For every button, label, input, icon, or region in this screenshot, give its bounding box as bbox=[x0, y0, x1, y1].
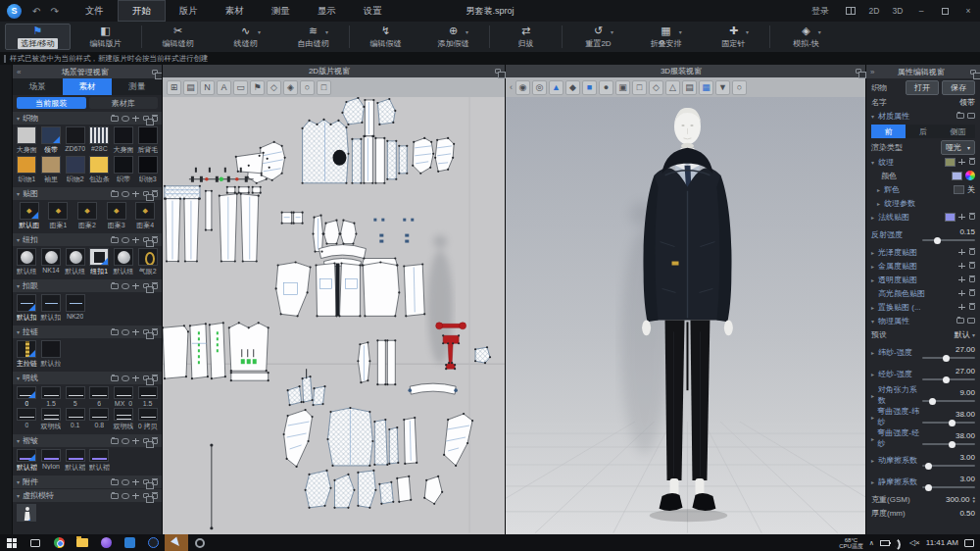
show-seams-icon[interactable]: ▣ bbox=[615, 80, 630, 95]
task-view-button[interactable] bbox=[24, 534, 47, 551]
expand-icon[interactable]: ▸ bbox=[871, 349, 878, 356]
swatch-袖里[interactable]: 袖里 bbox=[40, 156, 63, 184]
tab-measure[interactable]: 测量 bbox=[112, 78, 162, 95]
load-physics-icon[interactable] bbox=[956, 318, 964, 324]
menu-item[interactable]: 版片 bbox=[166, 0, 212, 22]
battery-icon[interactable] bbox=[880, 540, 890, 546]
expand-icon[interactable]: ▸ bbox=[871, 249, 878, 256]
swatch-织带[interactable]: 织带 bbox=[113, 156, 135, 184]
swatch-织物1[interactable]: 织物1 bbox=[16, 156, 38, 184]
swatch-默认纽[interactable]: 默认纽 bbox=[113, 248, 135, 276]
menu-item[interactable]: 文件 bbox=[72, 0, 118, 22]
section-copy-icon[interactable] bbox=[143, 283, 149, 288]
pattern-canvas[interactable]: .pc{fill:#fdfdfe;stroke:#3c424a;stroke-w… bbox=[163, 97, 505, 534]
swatch-默认纽[interactable]: 默认纽 bbox=[64, 248, 86, 276]
slider-handle[interactable] bbox=[929, 398, 936, 405]
tool-free-sewing[interactable]: ≋▾自由缝纫 bbox=[280, 24, 346, 50]
section-header-0[interactable]: ▾织物 bbox=[13, 112, 162, 125]
swatch-默认纽[interactable]: 默认纽 bbox=[16, 248, 38, 276]
section-plus-icon[interactable] bbox=[132, 376, 140, 381]
swatch-图案1[interactable]: 图案1 bbox=[45, 202, 73, 230]
lasso-icon[interactable]: □ bbox=[317, 80, 331, 95]
section-header-5[interactable]: ▾明线 bbox=[13, 372, 162, 384]
section-plus-icon[interactable] bbox=[132, 191, 140, 197]
swatch-0.1[interactable]: 0.1 bbox=[64, 408, 86, 431]
view-2d-button[interactable]: 2D bbox=[862, 0, 886, 22]
delete-texture-icon[interactable] bbox=[969, 159, 975, 165]
swatch-织物2[interactable]: 织物2 bbox=[64, 156, 86, 184]
toolbar-scroll-left-icon[interactable]: ‹ bbox=[510, 82, 513, 92]
section-collapse-icon[interactable]: ▾ bbox=[17, 236, 20, 243]
section-cloud-icon[interactable] bbox=[122, 283, 129, 289]
maximize-button[interactable] bbox=[933, 0, 956, 22]
dropdown-caret-icon[interactable]: ▾ bbox=[746, 26, 749, 39]
expand-icon[interactable]: ▸ bbox=[871, 392, 878, 399]
section-folder-icon[interactable] bbox=[111, 438, 119, 444]
stitch-display-icon[interactable]: ◈ bbox=[283, 80, 298, 95]
expand-icon[interactable]: ▸ bbox=[871, 371, 878, 377]
expand-icon[interactable]: ▸ bbox=[871, 478, 878, 485]
menu-item[interactable]: 设置 bbox=[350, 0, 396, 22]
swatch-6[interactable]: 6 bbox=[88, 386, 111, 407]
preset-select[interactable]: 默认 ▾ bbox=[955, 329, 975, 340]
swatch-MX_0[interactable]: MX_0 bbox=[113, 386, 135, 407]
swatch-默认褶[interactable]: 默认褶 bbox=[16, 449, 38, 473]
swatch-0[interactable]: 0 bbox=[16, 386, 38, 407]
section-collapse-icon[interactable]: ▾ bbox=[17, 437, 20, 444]
style3d-app-icon[interactable] bbox=[165, 534, 188, 551]
subtab-current-garment[interactable]: 当前服装 bbox=[17, 97, 86, 109]
avatar-show-icon[interactable]: ◉ bbox=[515, 80, 530, 95]
swatch-后背毛[interactable]: 后背毛 bbox=[136, 126, 159, 155]
swatch-包边条[interactable]: 包边条 bbox=[88, 156, 111, 184]
slider-handle[interactable] bbox=[943, 355, 950, 362]
collapsed-side-strip[interactable] bbox=[0, 65, 13, 534]
base-line-icon[interactable]: ○ bbox=[300, 80, 315, 95]
section-plus-icon[interactable] bbox=[132, 479, 140, 485]
section-cloud-icon[interactable] bbox=[122, 116, 129, 122]
swatch-#28C[interactable]: #28C bbox=[88, 126, 111, 155]
swatch-图案3[interactable]: 图案3 bbox=[103, 202, 130, 230]
login-button[interactable]: 登录 bbox=[802, 5, 839, 18]
open-button[interactable]: 打开 bbox=[906, 80, 939, 95]
swatch-气眼2[interactable]: 气眼2 bbox=[136, 248, 159, 276]
section-folder-icon[interactable] bbox=[111, 237, 119, 243]
section-copy-icon[interactable] bbox=[143, 376, 149, 380]
section-header-8[interactable]: ▾虚拟模特 bbox=[13, 489, 162, 502]
slider-track[interactable] bbox=[922, 443, 975, 445]
load-material-icon[interactable] bbox=[956, 113, 964, 119]
swatch-默认扣[interactable]: 默认扣 bbox=[16, 294, 38, 323]
garment-3d-canvas[interactable] bbox=[506, 97, 865, 534]
slider-handle[interactable] bbox=[925, 463, 932, 470]
section-collapse-icon[interactable]: ▾ bbox=[17, 190, 20, 197]
drop-garment-icon[interactable]: ▼ bbox=[715, 80, 730, 95]
tool-simulate-fast[interactable]: ◈▾模拟-快 bbox=[773, 24, 839, 50]
section-trash-icon[interactable] bbox=[152, 237, 158, 243]
slider-handle[interactable] bbox=[949, 420, 956, 426]
section-collapse-icon[interactable]: ▾ bbox=[17, 478, 20, 485]
settings-app-icon[interactable] bbox=[188, 534, 212, 551]
swatch-默认褶[interactable]: 默认褶 bbox=[64, 449, 86, 473]
tool-edit-pattern[interactable]: ◧编辑版片 bbox=[73, 24, 138, 50]
expand-icon[interactable]: ▸ bbox=[877, 200, 884, 207]
app-purple-icon[interactable] bbox=[94, 534, 118, 551]
swatch-双明线[interactable]: 双明线 bbox=[40, 408, 63, 431]
collapse-icon[interactable]: ▾ bbox=[871, 159, 878, 166]
section-folder-icon[interactable] bbox=[111, 283, 119, 289]
rectangle-icon[interactable]: ▭ bbox=[233, 80, 248, 95]
weight-value[interactable]: 300.00 bbox=[946, 495, 969, 504]
garment-press-icon[interactable]: ▤ bbox=[682, 80, 697, 95]
section-header-1[interactable]: ▾贴图 bbox=[13, 187, 162, 200]
section-collapse-icon[interactable]: ▾ bbox=[17, 282, 20, 289]
tool-edit-basting[interactable]: ↯编辑假缝 bbox=[353, 24, 418, 50]
name-value[interactable]: 领带 bbox=[959, 97, 975, 108]
show-texture-icon[interactable]: ▤ bbox=[183, 80, 198, 95]
section-plus-icon[interactable] bbox=[132, 329, 140, 335]
section-folder-icon[interactable] bbox=[111, 376, 119, 381]
avatar-arrange-icon[interactable]: ◆ bbox=[565, 80, 580, 95]
glow-swatch[interactable] bbox=[954, 185, 964, 194]
garment-thickness-icon[interactable]: △ bbox=[665, 80, 680, 95]
section-collapse-icon[interactable]: ▾ bbox=[17, 328, 20, 335]
swatch-0[interactable]: 0 bbox=[16, 408, 38, 431]
render-type-select[interactable]: 哑光▾ bbox=[941, 140, 975, 155]
menu-item[interactable]: 开始 bbox=[118, 0, 166, 22]
